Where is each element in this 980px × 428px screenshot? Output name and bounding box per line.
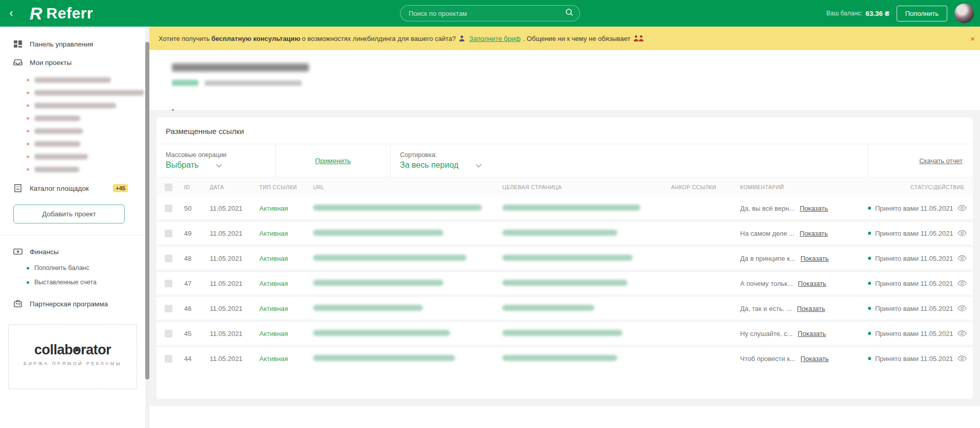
row-checkbox[interactable] bbox=[165, 255, 172, 262]
cell-target-page bbox=[502, 254, 671, 263]
project-search[interactable] bbox=[400, 5, 580, 21]
collaborator-ad-banner[interactable]: collaborator БИРЖА ПРЯМОЙ РЕКЛАМЫ bbox=[8, 324, 137, 389]
comment-text: Да, вы всё верн... bbox=[740, 205, 794, 212]
project-dot-icon bbox=[27, 104, 29, 107]
row-checkbox[interactable] bbox=[165, 355, 172, 363]
sidebar-sub-item[interactable]: Пополнить баланс bbox=[0, 261, 145, 275]
cell-status: Принято вами 11.05.2021 bbox=[868, 255, 967, 262]
eye-icon[interactable] bbox=[957, 230, 967, 236]
url-link-redacted[interactable] bbox=[313, 230, 443, 236]
search-icon[interactable] bbox=[565, 8, 573, 18]
sidebar-item-partner[interactable]: Партнерская программа bbox=[0, 295, 145, 313]
project-name-redacted bbox=[34, 154, 88, 160]
sidebar-item-dashboard[interactable]: Панель управления bbox=[0, 35, 145, 53]
topup-button[interactable]: Пополнить bbox=[897, 6, 947, 21]
show-comment-link[interactable]: Показать bbox=[798, 280, 826, 287]
sidebar-item-my-projects[interactable]: Мои проекты bbox=[0, 53, 145, 72]
money-icon bbox=[13, 247, 23, 256]
sidebar-project-item-blurred[interactable] bbox=[0, 150, 145, 163]
target-page-link-redacted[interactable] bbox=[502, 305, 594, 311]
sidebar-project-item-blurred[interactable] bbox=[0, 74, 145, 86]
target-page-link-redacted[interactable] bbox=[502, 255, 633, 261]
tab[interactable] bbox=[172, 99, 174, 110]
sidebar-project-item-blurred[interactable] bbox=[0, 163, 145, 176]
target-page-link-redacted[interactable] bbox=[502, 355, 617, 361]
page-header bbox=[149, 50, 980, 86]
row-checkbox[interactable] bbox=[165, 305, 172, 312]
row-checkbox[interactable] bbox=[165, 280, 172, 287]
banner-close-icon[interactable]: × bbox=[970, 34, 975, 43]
fill-brief-link[interactable]: Заполните бриф bbox=[469, 35, 520, 42]
breadcrumb-home-link-redacted[interactable] bbox=[172, 80, 198, 86]
sidebar-project-item-blurred[interactable] bbox=[0, 112, 145, 125]
show-comment-link[interactable]: Показать bbox=[798, 330, 826, 337]
main-scrollbar-thumb[interactable] bbox=[145, 42, 149, 379]
show-comment-link[interactable]: Показать bbox=[800, 255, 829, 262]
sidebar-item-finance[interactable]: Финансы bbox=[0, 242, 145, 261]
eye-icon[interactable] bbox=[957, 330, 967, 336]
eye-icon[interactable] bbox=[957, 355, 967, 362]
project-dot-icon bbox=[27, 155, 29, 158]
sidebar: Панель управления Мои проекты bbox=[0, 27, 145, 428]
target-page-link-redacted[interactable] bbox=[502, 230, 617, 236]
status-text: Принято вами 11.05.2021 bbox=[875, 305, 953, 312]
url-link-redacted[interactable] bbox=[313, 330, 450, 336]
cell-url bbox=[313, 254, 502, 263]
url-link-redacted[interactable] bbox=[313, 255, 466, 261]
eye-icon[interactable] bbox=[957, 305, 967, 311]
sidebar-item-catalog[interactable]: Каталог площадок +45 bbox=[0, 179, 145, 197]
show-comment-link[interactable]: Показать bbox=[800, 355, 829, 363]
sidebar-project-item-blurred[interactable] bbox=[0, 99, 145, 112]
user-avatar[interactable] bbox=[954, 4, 974, 23]
sidebar-item-label: Панель управления bbox=[30, 40, 93, 48]
collaborator-tagline: БИРЖА ПРЯМОЙ РЕКЛАМЫ bbox=[14, 361, 131, 366]
table-row: 49 11.05.2021 Активная На самом деле ...… bbox=[157, 222, 973, 244]
cell-link-type: Активная bbox=[259, 280, 313, 287]
sort-select[interactable]: За весь период bbox=[400, 161, 501, 170]
main-scrollbar-track[interactable] bbox=[145, 27, 149, 428]
show-comment-link[interactable]: Показать bbox=[799, 230, 828, 237]
show-comment-link[interactable]: Показать bbox=[797, 305, 825, 312]
cell-id: 45 bbox=[184, 330, 210, 337]
select-all-checkbox[interactable] bbox=[165, 184, 172, 191]
sidebar-sub-item[interactable]: Выставленные счета bbox=[0, 275, 145, 289]
cell-date: 11.05.2021 bbox=[210, 280, 259, 287]
back-chevron-icon[interactable]: ‹ bbox=[0, 8, 23, 19]
table-row: 45 11.05.2021 Активная Ну слушайте, с...… bbox=[157, 322, 973, 345]
download-report-link[interactable]: Скачать отчет bbox=[919, 157, 963, 165]
add-project-button[interactable]: Добавить проект bbox=[13, 205, 125, 223]
sidebar-project-item-blurred[interactable] bbox=[0, 138, 145, 150]
url-link-redacted[interactable] bbox=[313, 305, 423, 311]
url-link-redacted[interactable] bbox=[313, 280, 443, 286]
tab[interactable] bbox=[258, 99, 260, 110]
cell-status: Принято вами 11.05.2021 bbox=[868, 330, 967, 337]
eye-icon[interactable] bbox=[957, 280, 967, 286]
cell-target-page bbox=[502, 279, 671, 288]
row-checkbox[interactable] bbox=[165, 230, 172, 237]
comment-text: Да, так и есть. ... bbox=[740, 305, 792, 312]
row-checkbox[interactable] bbox=[165, 205, 172, 212]
eye-icon[interactable] bbox=[957, 205, 967, 211]
target-page-link-redacted[interactable] bbox=[502, 330, 622, 336]
apply-link[interactable]: Применить bbox=[315, 157, 351, 165]
target-page-link-redacted[interactable] bbox=[502, 205, 640, 211]
sidebar-project-item-blurred[interactable] bbox=[0, 86, 145, 99]
project-name-redacted bbox=[34, 103, 116, 108]
banner-text: Хотите получить bbox=[159, 35, 210, 42]
cell-status: Принято вами 11.05.2021 bbox=[868, 280, 967, 287]
tab[interactable] bbox=[201, 99, 203, 110]
referr-logo[interactable]: R Referr bbox=[30, 4, 93, 24]
url-link-redacted[interactable] bbox=[313, 205, 482, 211]
target-page-link-redacted[interactable] bbox=[502, 280, 628, 286]
tab[interactable] bbox=[229, 99, 231, 110]
eye-icon[interactable] bbox=[957, 255, 967, 261]
table-header-row: ID ДАТА ТИП ССЫЛКИ URL ЦЕЛЕВАЯ СТРАНИЦА … bbox=[157, 177, 973, 197]
url-link-redacted[interactable] bbox=[313, 355, 455, 361]
bulk-operations-label: Массовые операции bbox=[166, 151, 266, 159]
sidebar-project-item-blurred[interactable] bbox=[0, 125, 145, 138]
row-checkbox[interactable] bbox=[165, 330, 172, 337]
show-comment-link[interactable]: Показать bbox=[799, 205, 828, 212]
search-input[interactable] bbox=[409, 10, 565, 17]
bulk-operations-select[interactable]: Выбрать bbox=[166, 161, 266, 170]
table-row: 48 11.05.2021 Активная Да в принципе к..… bbox=[157, 247, 973, 269]
